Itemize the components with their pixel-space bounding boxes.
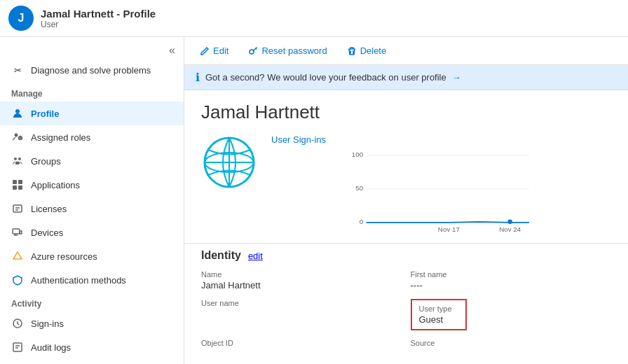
source-label: Source xyxy=(411,339,612,347)
sidebar: « ✂ Diagnose and solve problems Manage P… xyxy=(0,37,184,364)
manage-section-label: Manage xyxy=(0,82,184,102)
profile-content: User Sign-ins 100 50 0 xyxy=(201,134,611,232)
svg-rect-9 xyxy=(13,205,22,212)
feedback-bar: ℹ Got a second? We would love your feedb… xyxy=(184,65,628,90)
name-value: Jamal Hartnett xyxy=(201,280,402,290)
sign-ins-label: Sign-ins xyxy=(31,318,64,329)
svg-text:0: 0 xyxy=(360,218,364,225)
svg-rect-8 xyxy=(18,186,22,190)
object-id-field: Object ID xyxy=(201,339,402,349)
user-subtitle: User xyxy=(41,20,156,29)
svg-rect-6 xyxy=(18,180,22,184)
object-id-label: Object ID xyxy=(201,339,402,347)
applications-label: Applications xyxy=(31,180,80,190)
devices-icon xyxy=(11,226,24,239)
username-label: User name xyxy=(201,299,402,307)
svg-marker-11 xyxy=(13,252,22,259)
applications-icon xyxy=(11,178,24,191)
identity-edit-link[interactable]: edit xyxy=(248,251,263,261)
azure-icon xyxy=(11,250,24,262)
first-name-value: ---- xyxy=(411,280,612,290)
identity-grid: Name Jamal Hartnett First name ---- User… xyxy=(201,270,611,349)
sidebar-item-auth-methods[interactable]: Authentication methods xyxy=(0,268,184,292)
sidebar-item-licenses[interactable]: Licenses xyxy=(0,197,184,220)
svg-rect-10 xyxy=(13,229,20,234)
name-label: Name xyxy=(201,270,402,279)
toolbar: Edit Reset password Delete xyxy=(184,37,628,65)
azure-resources-label: Azure resources xyxy=(31,251,97,262)
user-type-label: User type xyxy=(419,304,458,313)
sidebar-item-devices[interactable]: Devices xyxy=(0,220,184,244)
svg-rect-13 xyxy=(13,343,22,351)
main-content: Edit Reset password Delete ℹ Got a secon… xyxy=(184,37,628,364)
profile-label: Profile xyxy=(31,108,59,119)
svg-point-1 xyxy=(15,134,18,137)
svg-rect-5 xyxy=(13,180,17,184)
user-type-value: Guest xyxy=(419,314,458,325)
key-icon xyxy=(248,46,258,56)
profile-section: Jamal Hartnett xyxy=(184,90,628,243)
chart-container: 100 50 0 Nov 17 xyxy=(271,148,611,232)
sidebar-item-profile[interactable]: Profile xyxy=(0,102,184,125)
identity-header: Identity edit xyxy=(201,249,611,262)
globe-avatar xyxy=(201,134,257,190)
audit-logs-label: Audit logs xyxy=(31,342,71,353)
feedback-message: Got a second? We would love your feedbac… xyxy=(205,72,446,83)
svg-text:100: 100 xyxy=(352,150,364,158)
audit-icon xyxy=(11,341,24,354)
profile-avatar-area xyxy=(201,134,257,232)
delete-button[interactable]: Delete xyxy=(343,43,391,59)
devices-label: Devices xyxy=(31,227,63,238)
sidebar-item-applications[interactable]: Applications xyxy=(0,173,184,197)
profile-name: Jamal Hartnett xyxy=(201,102,611,123)
person-icon xyxy=(11,107,24,120)
sidebar-top: « xyxy=(0,37,184,58)
sidebar-item-groups[interactable]: Groups xyxy=(0,149,184,173)
identity-section: Identity edit Name Jamal Hartnett First … xyxy=(184,243,628,360)
chart-area: User Sign-ins 100 50 0 xyxy=(271,134,611,232)
sidebar-collapse-button[interactable]: « xyxy=(166,43,178,58)
svg-point-4 xyxy=(18,158,21,160)
svg-text:Nov 24: Nov 24 xyxy=(499,225,521,232)
licenses-label: Licenses xyxy=(31,204,67,214)
diagnose-label: Diagnose and solve problems xyxy=(31,65,151,76)
username-field: User name xyxy=(201,299,402,330)
shield-icon xyxy=(11,274,24,286)
user-type-box: User type Guest xyxy=(411,299,467,330)
name-field: Name Jamal Hartnett xyxy=(201,270,402,290)
assigned-roles-label: Assigned roles xyxy=(31,132,90,143)
svg-text:Nov 17: Nov 17 xyxy=(438,225,460,232)
first-name-label: First name xyxy=(411,270,612,279)
avatar: J xyxy=(8,6,34,31)
chart-title[interactable]: User Sign-ins xyxy=(271,134,611,145)
edit-icon xyxy=(200,46,210,56)
first-name-field: First name ---- xyxy=(411,270,612,290)
licenses-icon xyxy=(11,202,24,215)
title-text: Jamal Hartnett - Profile User xyxy=(41,8,156,29)
svg-rect-7 xyxy=(13,186,17,190)
edit-button[interactable]: Edit xyxy=(196,43,233,59)
sidebar-item-audit-logs[interactable]: Audit logs xyxy=(0,335,184,359)
source-field: Source xyxy=(411,339,612,349)
sidebar-item-sign-ins[interactable]: Sign-ins xyxy=(0,312,184,335)
identity-title: Identity xyxy=(201,249,241,262)
assigned-roles-icon xyxy=(11,131,24,144)
svg-point-0 xyxy=(15,109,20,113)
groups-label: Groups xyxy=(31,156,61,167)
auth-methods-label: Authentication methods xyxy=(31,275,126,286)
svg-point-25 xyxy=(507,220,512,225)
sidebar-item-assigned-roles[interactable]: Assigned roles xyxy=(0,125,184,149)
reset-password-button[interactable]: Reset password xyxy=(244,43,331,59)
title-bar: J Jamal Hartnett - Profile User xyxy=(0,0,628,37)
feedback-link[interactable]: → xyxy=(452,72,461,83)
sidebar-item-diagnose[interactable]: ✂ Diagnose and solve problems xyxy=(0,58,184,82)
groups-icon xyxy=(11,155,24,167)
info-icon: ℹ xyxy=(196,71,200,84)
activity-section-label: Activity xyxy=(0,292,184,312)
user-type-box-wrapper: User type Guest xyxy=(411,299,612,330)
svg-text:50: 50 xyxy=(355,184,363,192)
sidebar-item-azure-resources[interactable]: Azure resources xyxy=(0,244,184,268)
wrench-icon: ✂ xyxy=(11,64,24,76)
svg-point-3 xyxy=(14,158,17,160)
delete-icon xyxy=(347,46,357,56)
